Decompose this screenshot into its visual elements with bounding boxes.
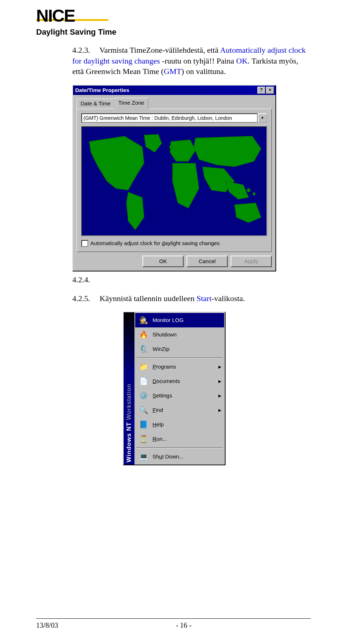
startmenu-item-monitorlog[interactable]: 🕵️ Monitor LOG xyxy=(135,313,224,327)
startmenu-item-run[interactable]: ⏳ Run... xyxy=(135,432,224,446)
dst-checkbox-label: Automatically adjust clock for daylight … xyxy=(90,240,220,247)
startmenu-item-programs[interactable]: 📁 Programs ▶ xyxy=(135,360,224,374)
torch-icon: 🔥 xyxy=(138,329,149,340)
archive-icon: 🗜️ xyxy=(138,344,149,354)
separator xyxy=(137,447,223,448)
text: Käynnistä tallennin uudelleen xyxy=(100,294,197,303)
separator xyxy=(137,357,223,358)
start-menu: Windows NT Workstation 🕵️ Monitor LOG 🔥 … xyxy=(123,312,226,465)
text-highlight: GMT xyxy=(164,67,181,76)
text: -ruutu on tyhjä!! Paina xyxy=(160,56,236,65)
timezone-select[interactable]: (GMT) Greenwich Mean Time : Dublin, Edin… xyxy=(81,113,267,123)
label: Programs xyxy=(153,363,176,370)
dst-checkbox[interactable] xyxy=(81,240,88,247)
sidebar-text-2: Workstation xyxy=(125,384,132,420)
logo-text: NICE xyxy=(36,7,311,25)
svg-point-3 xyxy=(169,145,172,148)
footer-separator xyxy=(36,618,311,619)
startmenu-item-settings[interactable]: ⚙️ Settings ▶ xyxy=(135,388,224,403)
shutdown-icon: 💻 xyxy=(138,451,149,462)
chevron-down-icon[interactable]: ▼ xyxy=(258,113,267,123)
world-map[interactable] xyxy=(81,126,267,236)
titlebar[interactable]: Date/Time Properties ? × xyxy=(73,86,275,95)
label: Settings xyxy=(153,392,172,399)
section-number: 4.2.4. xyxy=(72,274,98,285)
startmenu-item-shut-down[interactable]: 💻 Shut Down... xyxy=(135,449,224,464)
label: Documents xyxy=(153,378,180,385)
page-title: Daylight Saving Time xyxy=(36,27,311,37)
startmenu-item-documents[interactable]: 📄 Documents ▶ xyxy=(135,374,224,388)
spy-icon: 🕵️ xyxy=(138,315,149,326)
timezone-value: (GMT) Greenwich Mean Time : Dublin, Edin… xyxy=(81,113,258,123)
close-button[interactable]: × xyxy=(266,87,274,94)
paragraph-423: 4.2.3. Varmista TimeZone-välilehdestä, e… xyxy=(72,45,311,77)
ok-button[interactable]: OK xyxy=(142,256,184,267)
paragraph-424: 4.2.4. xyxy=(72,274,311,285)
chevron-right-icon: ▶ xyxy=(218,364,221,370)
footer-page: - 16 - xyxy=(176,621,191,630)
text-highlight: Start xyxy=(197,294,212,303)
section-number: 4.2.5. xyxy=(72,293,98,304)
text-highlight: OK xyxy=(236,56,248,65)
text: ) on valittuna. xyxy=(181,67,226,76)
cancel-button[interactable]: Cancel xyxy=(187,256,228,267)
run-icon: ⏳ xyxy=(138,434,149,444)
svg-point-2 xyxy=(253,192,256,195)
label: Shut Down... xyxy=(153,453,184,460)
tab-time-zone[interactable]: Time Zone xyxy=(115,98,148,109)
footer: 13/8/03 - 16 - . xyxy=(36,621,311,630)
label: Monitor LOG xyxy=(153,317,184,324)
label: WinZip xyxy=(153,345,170,353)
text: -valikosta. xyxy=(211,294,245,303)
search-icon: 🔍 xyxy=(138,405,149,415)
label: Shutdown xyxy=(153,331,177,338)
folder-icon: 📁 xyxy=(138,361,149,372)
datetime-properties-window: Date/Time Properties ? × Date & Time Tim… xyxy=(72,85,276,271)
chevron-right-icon: ▶ xyxy=(218,379,221,384)
apply-button[interactable]: Apply xyxy=(231,256,272,267)
window-title: Date/Time Properties xyxy=(75,87,129,94)
chevron-right-icon: ▶ xyxy=(218,393,221,399)
chevron-right-icon: ▶ xyxy=(218,408,221,413)
svg-point-1 xyxy=(247,188,250,192)
documents-icon: 📄 xyxy=(138,376,149,387)
gear-icon: ⚙️ xyxy=(138,390,149,401)
label: Help xyxy=(153,421,164,428)
startmenu-item-shutdown[interactable]: 🔥 Shutdown xyxy=(135,327,224,342)
startmenu-item-winzip[interactable]: 🗜️ WinZip xyxy=(135,342,224,356)
startmenu-item-help[interactable]: 📘 Help xyxy=(135,417,224,432)
tabs: Date & Time Time Zone xyxy=(73,95,275,109)
tab-panel: (GMT) Greenwich Mean Time : Dublin, Edin… xyxy=(77,109,272,252)
sidebar-text-1: Windows NT xyxy=(125,422,132,462)
paragraph-425: 4.2.5. Käynnistä tallennin uudelleen Sta… xyxy=(72,293,311,304)
text: Varmista TimeZone-välilehdestä, että xyxy=(99,45,220,55)
start-menu-sidebar: Windows NT Workstation xyxy=(124,312,134,465)
help-icon: 📘 xyxy=(138,419,149,430)
label: Find xyxy=(153,406,163,414)
logo: NICE xyxy=(36,7,311,21)
label: Run... xyxy=(153,435,167,443)
world-map-svg xyxy=(82,127,266,235)
startmenu-item-find[interactable]: 🔍 Find ▶ xyxy=(135,403,224,417)
tab-date-time[interactable]: Date & Time xyxy=(77,99,115,109)
footer-date: 13/8/03 xyxy=(36,621,58,630)
help-button[interactable]: ? xyxy=(257,87,265,94)
section-number: 4.2.3. xyxy=(72,45,98,56)
